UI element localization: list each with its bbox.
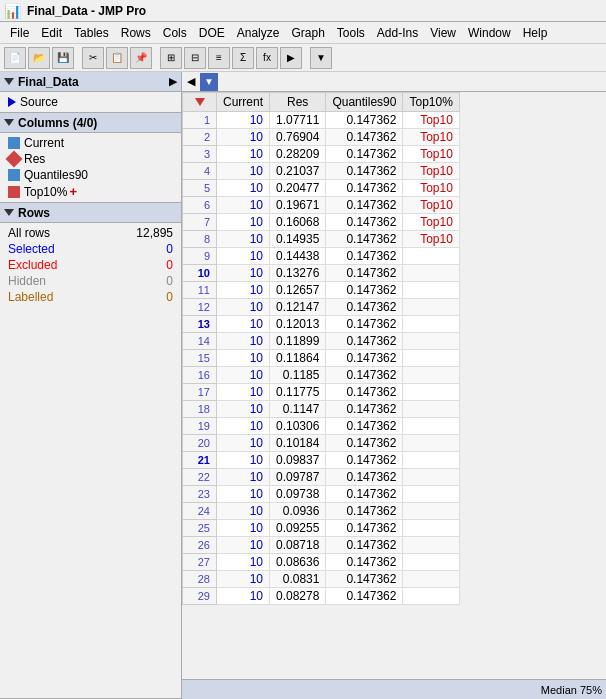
dataset-body: Source	[0, 92, 181, 112]
row-number: 28	[183, 571, 217, 588]
cell-res: 1.07711	[270, 112, 326, 129]
table-row: 16100.11850.147362	[183, 367, 460, 384]
row-number: 1	[183, 112, 217, 129]
menu-analyze[interactable]: Analyze	[231, 24, 286, 42]
cell-top10	[403, 299, 459, 316]
cell-current: 10	[217, 112, 270, 129]
row-number: 4	[183, 163, 217, 180]
left-panel: Final_Data ▶ Source Columns (4/0) Curren…	[0, 72, 182, 699]
nav-dropdown-arrow: ▼	[204, 76, 214, 87]
source-item[interactable]: Source	[4, 94, 177, 110]
menu-help[interactable]: Help	[517, 24, 554, 42]
cell-q90: 0.147362	[326, 367, 403, 384]
menu-view[interactable]: View	[424, 24, 462, 42]
toolbar-btn3[interactable]: ≡	[208, 47, 230, 69]
rows-selected-value: 0	[101, 241, 177, 257]
grid-scroll[interactable]: Current Res Quantiles90 Top10% 1101.0771…	[182, 92, 606, 679]
cell-res: 0.09787	[270, 469, 326, 486]
cell-top10	[403, 401, 459, 418]
table-row: 9100.144380.147362	[183, 248, 460, 265]
cell-q90: 0.147362	[326, 248, 403, 265]
cell-res: 0.14935	[270, 231, 326, 248]
toolbar-btn5[interactable]: fx	[256, 47, 278, 69]
cell-current: 10	[217, 282, 270, 299]
table-row: 20100.101840.147362	[183, 435, 460, 452]
cell-q90: 0.147362	[326, 435, 403, 452]
menu-graph[interactable]: Graph	[285, 24, 330, 42]
cell-q90: 0.147362	[326, 214, 403, 231]
row-number: 20	[183, 435, 217, 452]
cell-top10: Top10	[403, 146, 459, 163]
main-layout: Final_Data ▶ Source Columns (4/0) Curren…	[0, 72, 606, 699]
cell-top10: Top10	[403, 180, 459, 197]
cell-top10	[403, 265, 459, 282]
row-number: 11	[183, 282, 217, 299]
toolbar-btn4[interactable]: Σ	[232, 47, 254, 69]
menu-file[interactable]: File	[4, 24, 35, 42]
cell-res: 0.13276	[270, 265, 326, 282]
toolbar-btn1[interactable]: ⊞	[160, 47, 182, 69]
row-number: 19	[183, 418, 217, 435]
menu-doe[interactable]: DOE	[193, 24, 231, 42]
menu-bar: File Edit Tables Rows Cols DOE Analyze G…	[0, 22, 606, 44]
toolbar-open[interactable]: 📂	[28, 47, 50, 69]
menu-tables[interactable]: Tables	[68, 24, 115, 42]
menu-edit[interactable]: Edit	[35, 24, 68, 42]
row-number: 13	[183, 316, 217, 333]
cell-res: 0.08278	[270, 588, 326, 605]
toolbar-paste[interactable]: 📌	[130, 47, 152, 69]
toolbar-cut[interactable]: ✂	[82, 47, 104, 69]
col-item-q90[interactable]: Quantiles90	[4, 167, 177, 183]
cell-current: 10	[217, 265, 270, 282]
rows-labelled: Labelled 0	[4, 289, 177, 305]
rows-header[interactable]: Rows	[0, 203, 181, 223]
source-label: Source	[20, 95, 58, 109]
toolbar-new[interactable]: 📄	[4, 47, 26, 69]
menu-rows[interactable]: Rows	[115, 24, 157, 42]
dataset-header[interactable]: Final_Data ▶	[0, 72, 181, 92]
col-item-top10[interactable]: Top10% +	[4, 183, 177, 200]
row-number: 27	[183, 554, 217, 571]
col-item-res[interactable]: Res	[4, 151, 177, 167]
cell-q90: 0.147362	[326, 588, 403, 605]
rows-excluded-label: Excluded	[4, 257, 101, 273]
toolbar-btn6[interactable]: ▶	[280, 47, 302, 69]
add-column-icon[interactable]: +	[69, 184, 77, 199]
menu-window[interactable]: Window	[462, 24, 517, 42]
toolbar-save[interactable]: 💾	[52, 47, 74, 69]
cell-res: 0.08718	[270, 537, 326, 554]
col-header-current[interactable]: Current	[217, 93, 270, 112]
row-number: 26	[183, 537, 217, 554]
table-row: 21100.098370.147362	[183, 452, 460, 469]
cell-res: 0.20477	[270, 180, 326, 197]
columns-header[interactable]: Columns (4/0)	[0, 113, 181, 133]
title-bar: 📊 Final_Data - JMP Pro	[0, 0, 606, 22]
table-row: 8100.149350.147362Top10	[183, 231, 460, 248]
col-header-top10[interactable]: Top10%	[403, 93, 459, 112]
cell-res: 0.28209	[270, 146, 326, 163]
cell-q90: 0.147362	[326, 333, 403, 350]
rows-hidden: Hidden 0	[4, 273, 177, 289]
col-header-q90[interactable]: Quantiles90	[326, 93, 403, 112]
cell-q90: 0.147362	[326, 384, 403, 401]
table-row: 22100.097870.147362	[183, 469, 460, 486]
table-row: 10100.132760.147362	[183, 265, 460, 282]
toolbar-btn2[interactable]: ⊟	[184, 47, 206, 69]
toolbar-btn7[interactable]: ▼	[310, 47, 332, 69]
cell-top10: Top10	[403, 129, 459, 146]
dataset-expand[interactable]: ▶	[169, 75, 177, 88]
menu-addins[interactable]: Add-Ins	[371, 24, 424, 42]
nav-dropdown[interactable]: ▼	[200, 73, 218, 91]
menu-cols[interactable]: Cols	[157, 24, 193, 42]
nav-left[interactable]: ◀	[182, 73, 200, 91]
menu-tools[interactable]: Tools	[331, 24, 371, 42]
table-row: 13100.120130.147362	[183, 316, 460, 333]
rows-excluded: Excluded 0	[4, 257, 177, 273]
toolbar-copy[interactable]: 📋	[106, 47, 128, 69]
cell-current: 10	[217, 520, 270, 537]
col-header-res[interactable]: Res	[270, 93, 326, 112]
col-item-current[interactable]: Current	[4, 135, 177, 151]
cell-current: 10	[217, 588, 270, 605]
cell-res: 0.1185	[270, 367, 326, 384]
table-row: 29100.082780.147362	[183, 588, 460, 605]
